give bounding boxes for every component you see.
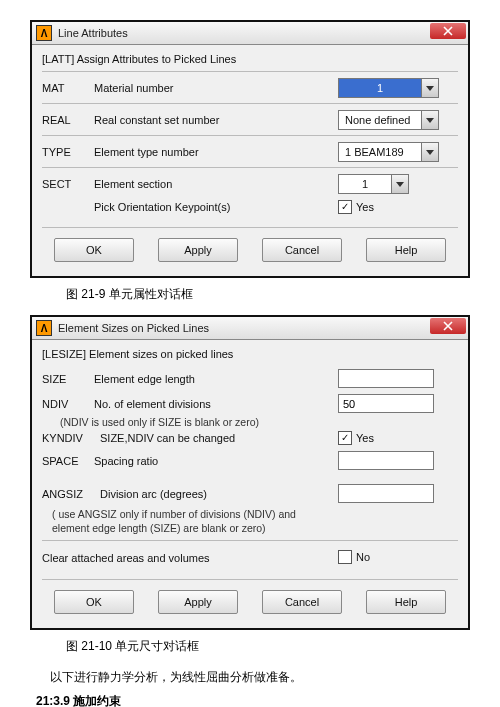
sect-desc: Element section <box>94 178 338 190</box>
close-button[interactable] <box>430 318 466 334</box>
type-code: TYPE <box>42 146 94 158</box>
help-button[interactable]: Help <box>366 590 446 614</box>
angsiz-code: ANGSIZ <box>42 488 100 500</box>
line-attributes-dialog: Λ Line Attributes [LATT] Assign Attribut… <box>30 20 470 278</box>
chevron-down-icon <box>421 143 438 161</box>
cancel-button[interactable]: Cancel <box>262 590 342 614</box>
figure-caption-1: 图 21-9 单元属性对话框 <box>66 286 470 303</box>
app-icon: Λ <box>36 25 52 41</box>
chevron-down-icon <box>421 79 438 97</box>
dialog-titlebar[interactable]: Λ Line Attributes <box>32 22 468 44</box>
sect-combo[interactable]: 1 <box>338 174 409 194</box>
body-text-1: 以下进行静力学分析，为线性屈曲分析做准备。 <box>50 667 470 687</box>
ok-button[interactable]: OK <box>54 590 134 614</box>
angsiz-note-2: element edge length (SIZE) are blank or … <box>52 522 458 534</box>
sect-code: SECT <box>42 178 94 190</box>
dialog-header: [LATT] Assign Attributes to Picked Lines <box>42 53 458 65</box>
type-combo[interactable]: 1 BEAM189 <box>338 142 439 162</box>
clear-checkbox[interactable]: No <box>338 550 370 564</box>
mat-desc: Material number <box>94 82 338 94</box>
mat-code: MAT <box>42 82 94 94</box>
real-combo[interactable]: None defined <box>338 110 439 130</box>
size-code: SIZE <box>42 373 94 385</box>
ndiv-code: NDIV <box>42 398 94 410</box>
help-button[interactable]: Help <box>366 238 446 262</box>
chevron-down-icon <box>391 175 408 193</box>
dialog-title: Line Attributes <box>58 27 128 39</box>
pick-desc: Pick Orientation Keypoint(s) <box>94 201 338 213</box>
cancel-button[interactable]: Cancel <box>262 238 342 262</box>
chevron-down-icon <box>421 111 438 129</box>
ndiv-input[interactable] <box>338 394 434 413</box>
ok-button[interactable]: OK <box>54 238 134 262</box>
kyndiv-checkbox[interactable]: ✓Yes <box>338 431 374 445</box>
apply-button[interactable]: Apply <box>158 238 238 262</box>
pick-checkbox[interactable]: ✓Yes <box>338 200 374 214</box>
type-desc: Element type number <box>94 146 338 158</box>
mat-combo[interactable]: 1 <box>338 78 439 98</box>
size-desc: Element edge length <box>94 373 338 385</box>
dialog-titlebar[interactable]: Λ Element Sizes on Picked Lines <box>32 317 468 339</box>
ndiv-note: (NDIV is used only if SIZE is blank or z… <box>60 416 458 428</box>
space-input[interactable] <box>338 451 434 470</box>
apply-button[interactable]: Apply <box>158 590 238 614</box>
size-input[interactable] <box>338 369 434 388</box>
ndiv-desc: No. of element divisions <box>94 398 338 410</box>
space-code: SPACE <box>42 455 94 467</box>
angsiz-input[interactable] <box>338 484 434 503</box>
angsiz-desc: Division arc (degrees) <box>100 488 338 500</box>
space-desc: Spacing ratio <box>94 455 338 467</box>
app-icon: Λ <box>36 320 52 336</box>
real-code: REAL <box>42 114 94 126</box>
close-button[interactable] <box>430 23 466 39</box>
angsiz-note-1: ( use ANGSIZ only if number of divisions… <box>52 508 458 520</box>
dialog-header: [LESIZE] Element sizes on picked lines <box>42 348 458 360</box>
real-desc: Real constant set number <box>94 114 338 126</box>
section-heading: 21:3.9 施加约束 <box>36 693 470 707</box>
kyndiv-desc: SIZE,NDIV can be changed <box>100 432 338 444</box>
element-sizes-dialog: Λ Element Sizes on Picked Lines [LESIZE]… <box>30 315 470 630</box>
kyndiv-code: KYNDIV <box>42 432 100 444</box>
dialog-title: Element Sizes on Picked Lines <box>58 322 209 334</box>
clear-desc: Clear attached areas and volumes <box>42 552 338 564</box>
figure-caption-2: 图 21-10 单元尺寸对话框 <box>66 638 470 655</box>
